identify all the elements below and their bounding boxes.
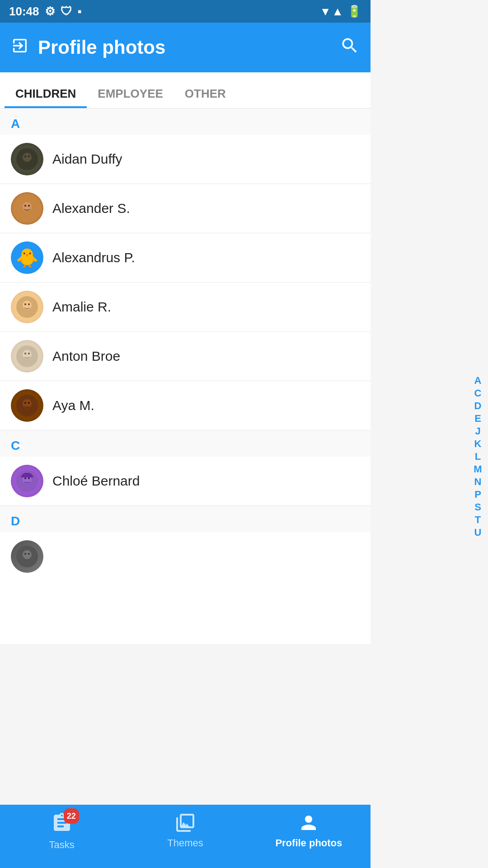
person-icon (298, 812, 319, 834)
sim-icon: ▪ (78, 5, 82, 19)
status-time: 10:48 (9, 5, 39, 19)
svg-point-25 (23, 550, 32, 559)
avatar (11, 540, 43, 573)
themes-icon (174, 812, 196, 834)
section-header-a: A (0, 108, 371, 135)
avatar (11, 389, 43, 422)
nav-icon[interactable] (11, 37, 29, 59)
avatar (11, 465, 43, 497)
list-item[interactable]: Chloé Bernard (0, 457, 371, 506)
section-header-d: D (0, 506, 371, 532)
svg-point-9 (23, 301, 32, 310)
tabs-bar: CHILDREN EMPLOYEE OTHER (0, 72, 371, 108)
svg-point-15 (28, 353, 30, 354)
nav-profile-photos-label: Profile photos (275, 837, 342, 849)
tab-children[interactable]: CHILDREN (5, 72, 87, 108)
signal-icon: ▲ (332, 5, 343, 19)
avatar (11, 340, 43, 373)
settings-icon: ⚙ (45, 5, 55, 19)
avatar (11, 192, 43, 225)
nav-tasks[interactable]: 22 Tasks (0, 812, 123, 851)
svg-point-14 (24, 353, 26, 354)
section-header-c: C (0, 430, 371, 457)
svg-point-5 (23, 202, 32, 211)
svg-point-10 (24, 303, 26, 305)
svg-point-27 (28, 553, 30, 555)
svg-point-2 (24, 156, 26, 157)
item-name: Anton Broe (52, 349, 120, 364)
bottom-nav: 22 Tasks Themes Profile photos (0, 805, 371, 868)
list-item[interactable]: Aidan Duffy (0, 135, 371, 184)
tab-employee[interactable]: EMPLOYEE (87, 72, 174, 108)
status-bar-right: ▾ ▲ 🔋 (322, 5, 361, 19)
svg-point-17 (23, 399, 32, 408)
status-bar-left: 10:48 ⚙ 🛡 ▪ (9, 5, 82, 19)
svg-point-11 (28, 303, 30, 305)
list-item[interactable]: Anton Broe (0, 332, 371, 381)
nav-themes[interactable]: Themes (123, 812, 247, 849)
wifi-icon: ▾ (322, 5, 328, 19)
item-name: Alexandrus P. (52, 250, 135, 265)
item-name: Chloé Bernard (52, 473, 140, 489)
item-name: Aya M. (52, 398, 94, 413)
svg-point-1 (23, 153, 32, 162)
svg-point-13 (23, 350, 32, 359)
avatar (11, 143, 43, 175)
list-content: A Aidan Duffy Alexander S. 🐥 (0, 108, 371, 644)
nav-profile-photos[interactable]: Profile photos (247, 812, 371, 849)
duck-emoji: 🐥 (16, 247, 38, 269)
svg-point-19 (28, 402, 30, 404)
svg-point-3 (28, 156, 30, 157)
svg-point-26 (24, 553, 26, 555)
tasks-badge: 22 (64, 808, 79, 824)
svg-point-18 (24, 402, 26, 404)
avatar (11, 291, 43, 323)
list-item[interactable]: Alexander S. (0, 184, 371, 233)
item-name: Alexander S. (52, 201, 130, 216)
nav-themes-label: Themes (167, 837, 203, 849)
svg-point-7 (28, 205, 30, 207)
nav-tasks-label: Tasks (49, 839, 75, 851)
list-item[interactable]: 🐥 Alexandrus P. (0, 233, 371, 283)
item-name: Aidan Duffy (52, 151, 122, 167)
battery-icon: 🔋 (347, 5, 361, 19)
status-bar: 10:48 ⚙ 🛡 ▪ ▾ ▲ 🔋 (0, 0, 371, 23)
page-title: Profile photos (38, 37, 340, 58)
svg-point-23 (28, 477, 30, 479)
svg-point-6 (24, 205, 26, 207)
shield-icon: 🛡 (61, 5, 72, 19)
avatar: 🐥 (11, 241, 43, 274)
search-icon[interactable] (340, 36, 360, 60)
app-bar: Profile photos (0, 23, 371, 72)
list-item[interactable]: Aya M. (0, 381, 371, 430)
tab-other[interactable]: OTHER (174, 72, 237, 108)
list-item[interactable]: Amalie R. (0, 283, 371, 332)
item-name: Amalie R. (52, 299, 111, 315)
svg-point-22 (24, 477, 26, 479)
list-item[interactable] (0, 532, 371, 581)
